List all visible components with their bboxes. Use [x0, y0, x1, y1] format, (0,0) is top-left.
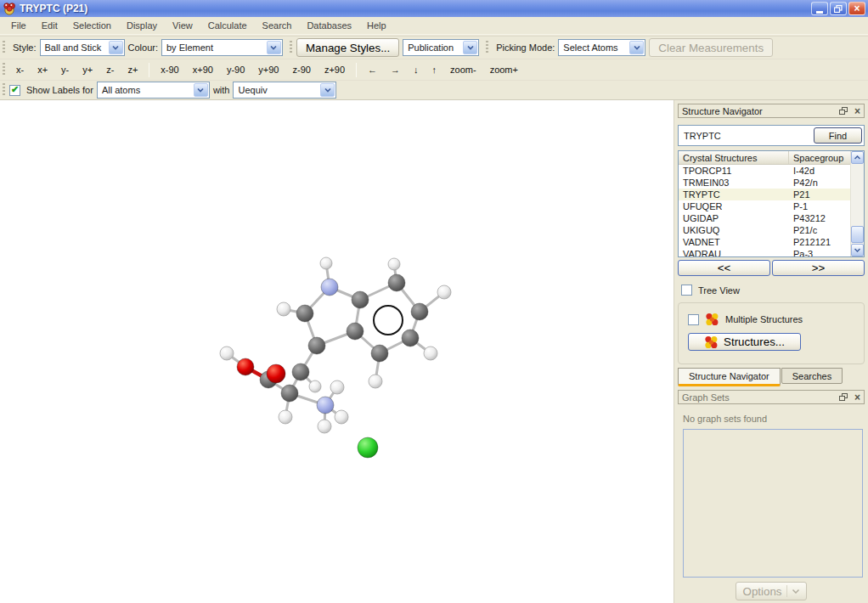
tree-view-checkbox[interactable] [681, 285, 692, 296]
rotate-y-plus-90-button[interactable]: y+90 [251, 62, 285, 77]
find-button[interactable]: Find [814, 127, 862, 144]
atom-c[interactable] [411, 303, 428, 320]
atom-h[interactable] [369, 375, 382, 388]
tab-structure-navigator[interactable]: Structure Navigator [678, 368, 781, 386]
atom-c[interactable] [388, 274, 405, 291]
scroll-down-button[interactable] [851, 244, 864, 256]
menu-item-view[interactable]: View [165, 18, 200, 33]
scroll-up-button[interactable] [851, 151, 864, 164]
atom-h[interactable] [309, 380, 321, 392]
menu-item-selection[interactable]: Selection [65, 18, 119, 33]
close-button[interactable]: × [848, 2, 865, 15]
atom-n[interactable] [321, 279, 338, 296]
zoom-out-button[interactable]: zoom- [443, 62, 483, 77]
atom-n[interactable] [317, 397, 334, 414]
show-labels-checkbox[interactable]: ✔ [9, 85, 20, 96]
toolbar-grip[interactable] [3, 41, 5, 54]
column-header-spacegroup[interactable]: Spacegroup [789, 151, 853, 164]
toolbar-grip[interactable] [290, 41, 292, 54]
atom-h[interactable] [424, 347, 437, 360]
structure-viewport[interactable] [0, 100, 674, 603]
close-panel-icon[interactable]: × [854, 392, 860, 403]
float-panel-icon[interactable] [839, 393, 848, 402]
menu-item-databases[interactable]: Databases [299, 18, 359, 33]
label-atoms-combo[interactable]: All atoms [97, 82, 210, 99]
atom-c[interactable] [352, 291, 369, 308]
toolbar-grip[interactable] [486, 41, 488, 54]
translate-up-button[interactable]: ↑ [426, 62, 444, 77]
atom-cl[interactable] [358, 437, 378, 458]
atom-o[interactable] [237, 358, 254, 375]
atom-c[interactable] [347, 323, 364, 340]
toolbar-grip[interactable] [3, 63, 5, 76]
rotate-z-minus-90-button[interactable]: z-90 [285, 62, 317, 77]
table-row[interactable]: UGIDAPP43212 [679, 212, 864, 224]
rotate-z-plus-90-button[interactable]: z+90 [318, 62, 352, 77]
rotate-x-plus-90-button[interactable]: x+90 [186, 62, 220, 77]
table-scrollbar[interactable] [850, 151, 864, 256]
manage-styles-button[interactable]: Manage Styles... [296, 38, 399, 57]
structures-button[interactable]: Structures... [688, 333, 801, 351]
table-row[interactable]: TPORCP11I-42d [679, 165, 864, 177]
translate-right-button[interactable]: → [384, 62, 407, 77]
atom-c[interactable] [308, 337, 325, 354]
colour-combo[interactable]: by Element [161, 39, 283, 56]
atom-h[interactable] [330, 380, 344, 394]
table-row[interactable]: UFUQERP-1 [679, 200, 864, 212]
atom-h[interactable] [220, 347, 234, 360]
atom-c[interactable] [281, 385, 298, 402]
atom-h[interactable] [335, 410, 348, 424]
structure-search-input[interactable]: TRYPTC Find [678, 125, 865, 146]
table-row[interactable]: UKIGUQP21/c [679, 224, 864, 236]
menu-item-help[interactable]: Help [359, 18, 394, 33]
column-header-crystal-structures[interactable]: Crystal Structures [679, 151, 789, 164]
atom-h[interactable] [320, 257, 332, 269]
rotate-z-minus-button[interactable]: z- [99, 62, 121, 77]
picking-mode-combo[interactable]: Select Atoms [558, 39, 645, 56]
scrollbar-thumb[interactable] [851, 226, 864, 243]
close-panel-icon[interactable]: × [854, 106, 860, 116]
menu-item-display[interactable]: Display [119, 18, 165, 33]
translate-down-button[interactable]: ↓ [407, 62, 426, 77]
clear-measurements-button[interactable]: Clear Measurements [649, 38, 773, 57]
rotate-x-minus-90-button[interactable]: x-90 [154, 62, 185, 77]
multiple-structures-checkbox[interactable] [688, 314, 699, 325]
atom-c[interactable] [371, 345, 388, 362]
toolbar-grip[interactable] [3, 83, 5, 97]
atom-c[interactable] [296, 305, 313, 322]
rotate-y-minus-button[interactable]: y- [54, 62, 76, 77]
menu-item-file[interactable]: File [3, 18, 34, 33]
tab-searches[interactable]: Searches [781, 368, 843, 384]
graph-sets-list[interactable] [683, 429, 863, 578]
atom-h[interactable] [279, 410, 292, 424]
float-panel-icon[interactable] [839, 107, 848, 116]
rotate-x-minus-button[interactable]: x- [9, 62, 31, 77]
table-row[interactable]: VADNETP212121 [679, 236, 864, 248]
atom-h[interactable] [277, 302, 290, 316]
restore-button[interactable] [830, 2, 847, 15]
rotate-x-plus-button[interactable]: x+ [31, 62, 54, 77]
next-structure-button[interactable]: >> [772, 260, 865, 276]
options-button[interactable]: Options [736, 582, 808, 600]
style-preset-combo[interactable]: Publication [403, 39, 479, 56]
menu-item-calculate[interactable]: Calculate [200, 18, 255, 33]
menu-item-search[interactable]: Search [255, 18, 300, 33]
menu-item-edit[interactable]: Edit [34, 18, 65, 33]
previous-structure-button[interactable]: << [678, 260, 770, 276]
label-property-combo[interactable]: Uequiv [233, 82, 336, 99]
minimize-button[interactable] [811, 2, 828, 15]
atom-h[interactable] [318, 420, 331, 433]
zoom-in-button[interactable]: zoom+ [483, 62, 525, 77]
table-row[interactable]: VADRAUPa-3 [679, 248, 864, 257]
rotate-z-plus-button[interactable]: z+ [121, 62, 144, 77]
translate-left-button[interactable]: ← [361, 62, 384, 77]
atom-c[interactable] [292, 363, 309, 380]
style-combo[interactable]: Ball and Stick [40, 39, 125, 56]
rotate-y-minus-90-button[interactable]: y-90 [220, 62, 251, 77]
table-row[interactable]: TRMEIN03P42/n [679, 177, 864, 189]
table-row[interactable]: TRYPTCP21 [679, 189, 864, 200]
rotate-y-plus-button[interactable]: y+ [76, 62, 99, 77]
atom-h[interactable] [437, 285, 451, 299]
atom-o[interactable] [267, 364, 285, 383]
atom-c[interactable] [402, 330, 419, 347]
